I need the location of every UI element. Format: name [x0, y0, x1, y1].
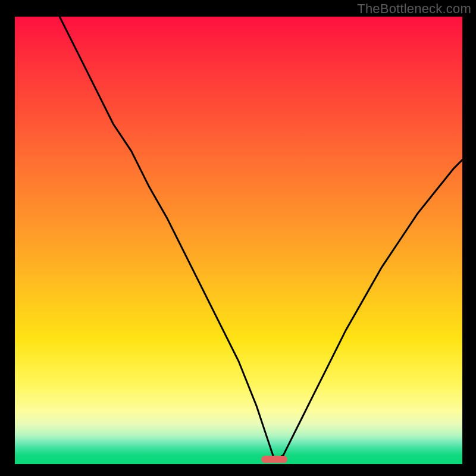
watermark-label: TheBottleneck.com — [357, 1, 471, 17]
bottleneck-curve — [15, 17, 462, 464]
curve-path — [60, 17, 462, 460]
plot-area — [15, 17, 462, 464]
min-indicator-pill — [261, 456, 287, 463]
chart-frame: TheBottleneck.com — [0, 0, 476, 476]
